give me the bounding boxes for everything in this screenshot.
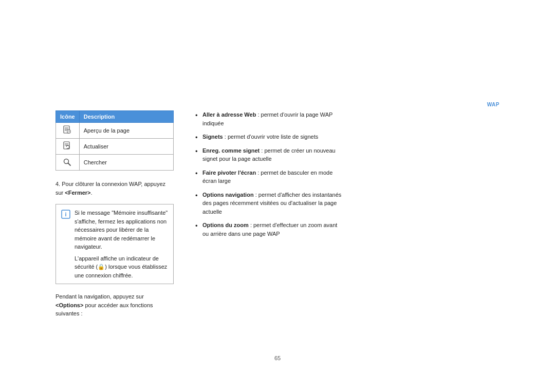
info-icon: i (61, 210, 70, 219)
search-icon (62, 157, 72, 167)
step4-text: 4. Pour clôturer la connexion WAP, appuy… (55, 180, 174, 197)
table-header-icon: Icône (56, 111, 80, 123)
table-cell-icon (56, 155, 80, 171)
table-row: Aperçu de la page (56, 123, 174, 139)
list-item: Faire pivoter l'écran : permet de bascul… (195, 169, 344, 185)
note-box: i Si le message "Mémoire insuffisante" s… (55, 204, 174, 284)
bullet-rest: : permet d'ouvrir votre liste de signets (223, 134, 319, 140)
page-container: WAP Icône Description (0, 0, 555, 392)
svg-line-11 (68, 163, 71, 166)
table-cell-icon (56, 139, 80, 155)
icon-table: Icône Description (55, 110, 174, 171)
table-header-description: Description (79, 111, 173, 123)
bullet-bold: Options du zoom (202, 222, 249, 228)
bullet-list: Aller à adresse Web : permet d'ouvrir la… (195, 110, 344, 238)
list-item: Signets : permet d'ouvrir votre liste de… (195, 133, 344, 141)
note-bullet-1: Si le message "Mémoire insuffisante" s'a… (75, 209, 168, 251)
note-bullet-2: L'appareil affiche un indicateur de sécu… (75, 254, 168, 280)
right-column: Aller à adresse Web : permet d'ouvrir la… (195, 110, 344, 243)
wap-label: WAP (487, 102, 499, 107)
bullet-bold: Faire pivoter l'écran (202, 170, 256, 176)
list-item: Options du zoom : permet d'effectuer un … (195, 221, 344, 238)
refresh-icon (62, 141, 72, 152)
left-column: Icône Description (55, 110, 174, 318)
bullet-bold: Signets (202, 134, 223, 140)
note-content: Si le message "Mémoire insuffisante" s'a… (75, 209, 168, 279)
bullet-bold: Aller à adresse Web (202, 111, 256, 118)
note-icon: i (61, 210, 70, 221)
page-icon (62, 125, 72, 136)
table-cell-description: Aperçu de la page (79, 123, 173, 139)
bullet-bold: Enreg. comme signet (202, 147, 260, 154)
table-cell-description: Chercher (79, 155, 173, 171)
table-cell-icon (56, 123, 80, 139)
table-row: Chercher (56, 155, 174, 171)
svg-text:i: i (65, 211, 66, 217)
page-number: 65 (274, 355, 281, 361)
list-item: Aller à adresse Web : permet d'ouvrir la… (195, 110, 344, 127)
list-item: Options navigation : permet d'afficher d… (195, 191, 344, 216)
nav-text: Pendant la navigation, appuyez sur <Opti… (55, 292, 174, 318)
table-row: Actualiser (56, 139, 174, 155)
table-cell-description: Actualiser (79, 139, 173, 155)
list-item: Enreg. comme signet : permet de créer un… (195, 146, 344, 163)
bullet-bold: Options navigation (202, 192, 254, 198)
